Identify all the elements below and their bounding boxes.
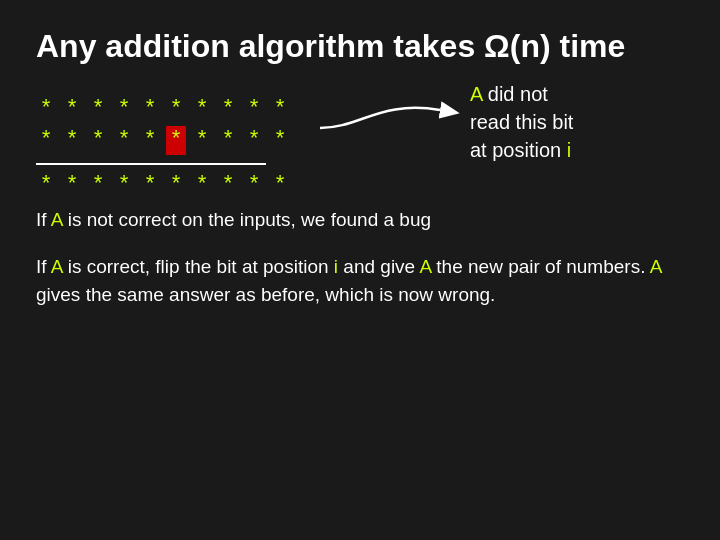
- star: *: [192, 173, 212, 198]
- star: *: [166, 173, 186, 198]
- star: *: [140, 97, 160, 122]
- callout-i: i: [567, 139, 571, 161]
- star: *: [62, 128, 82, 153]
- arrays-block: * * * * * * * * * * * * * * * * * *: [36, 97, 290, 198]
- slide: Any addition algorithm takes Ω(n) time *…: [0, 0, 720, 540]
- star: *: [218, 97, 238, 122]
- inline-a-2: A: [51, 256, 63, 277]
- star: *: [140, 128, 160, 153]
- star: *: [114, 128, 134, 153]
- star: *: [244, 173, 264, 198]
- star: *: [244, 97, 264, 122]
- inline-a-1: A: [51, 209, 63, 230]
- body-text-2: If A is correct, flip the bit at positio…: [36, 253, 684, 310]
- highlighted-star: *: [166, 126, 186, 155]
- inline-a-3: A: [419, 256, 431, 277]
- star: *: [88, 97, 108, 122]
- star: *: [192, 128, 212, 153]
- star: *: [140, 173, 160, 198]
- star: *: [218, 128, 238, 153]
- inline-a-4: A: [650, 256, 662, 277]
- inline-i: i: [334, 256, 338, 277]
- array-row-1: * * * * * * * * * *: [36, 97, 290, 122]
- star: *: [36, 173, 56, 198]
- array-row-2: * * * * * * * * * *: [36, 126, 290, 155]
- page-title: Any addition algorithm takes Ω(n) time: [36, 28, 684, 65]
- star: *: [88, 128, 108, 153]
- body-text-1: If A is not correct on the inputs, we fo…: [36, 206, 684, 235]
- star: *: [88, 173, 108, 198]
- diagram-wrapper: * * * * * * * * * * * * * * * * * *: [36, 97, 684, 198]
- star: *: [270, 173, 290, 198]
- star: *: [36, 128, 56, 153]
- star: *: [114, 97, 134, 122]
- callout-a: A: [470, 83, 482, 105]
- star: *: [166, 97, 186, 122]
- divider-line: [36, 163, 266, 165]
- star: *: [244, 128, 264, 153]
- star: *: [62, 97, 82, 122]
- star: *: [114, 173, 134, 198]
- array-row-3: * * * * * * * * * *: [36, 173, 290, 198]
- callout-line2: read this bit: [470, 111, 573, 133]
- star: *: [192, 97, 212, 122]
- star: *: [62, 173, 82, 198]
- callout-text: A did not read this bit at position i: [470, 80, 573, 164]
- star: *: [36, 97, 56, 122]
- star: *: [270, 128, 290, 153]
- star: *: [218, 173, 238, 198]
- star: *: [270, 97, 290, 122]
